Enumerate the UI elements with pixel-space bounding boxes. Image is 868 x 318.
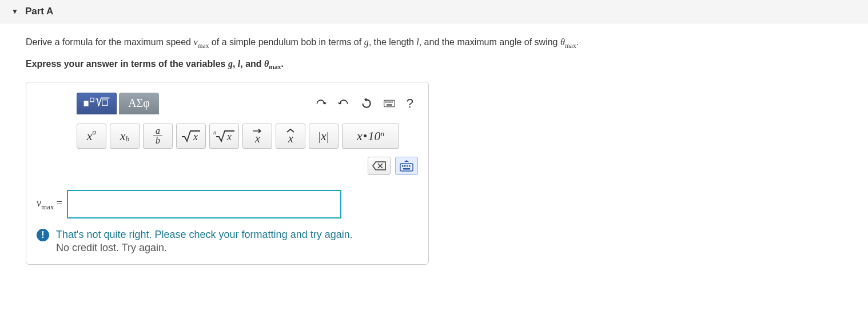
btn-sqrt[interactable]: x xyxy=(176,124,206,149)
reset-icon[interactable] xyxy=(361,98,372,109)
answer-box: ΑΣφ ? xa xb ab x nx x xyxy=(26,82,429,265)
var-theta: θmax xyxy=(560,37,576,47)
svg-text:x: x xyxy=(193,131,198,142)
btn-subscript[interactable]: xb xyxy=(110,124,140,149)
text: of a simple pendulum bob in terms of xyxy=(209,37,364,47)
tab-greek-letters[interactable]: ΑΣφ xyxy=(119,93,159,114)
btn-nth-root[interactable]: nx xyxy=(209,124,239,149)
undo-icon[interactable] xyxy=(315,98,327,109)
var-v: vmax xyxy=(193,37,209,47)
backspace-icon xyxy=(372,161,386,170)
feedback-sub: No credit lost. Try again. xyxy=(56,242,353,254)
text: , and the maximum angle of swing xyxy=(419,37,560,47)
keyboard-icon[interactable] xyxy=(384,98,395,109)
svg-rect-3 xyxy=(384,100,395,106)
palette-bottom-row xyxy=(37,157,418,175)
toolbar: ΑΣφ ? xyxy=(37,93,418,114)
feedback-block: ! That's not quite right. Please check y… xyxy=(37,229,418,254)
text: Express your answer in terms of the vari… xyxy=(26,59,228,69)
svg-rect-4 xyxy=(385,101,387,102)
svg-rect-2 xyxy=(102,100,108,105)
tab-math-templates[interactable] xyxy=(77,93,117,114)
text: Derive a formula for the maximum speed xyxy=(26,37,193,47)
btn-vector[interactable]: x xyxy=(242,124,272,149)
palette-row: xa xb ab x nx x x |x| x•10n xyxy=(37,124,418,149)
svg-rect-14 xyxy=(400,164,413,171)
svg-rect-19 xyxy=(403,168,410,170)
feedback-main: That's not quite right. Please check you… xyxy=(56,229,353,241)
answer-label: vmax = xyxy=(37,197,62,212)
hat-icon: x xyxy=(284,128,297,145)
var-g: g xyxy=(364,37,369,47)
svg-rect-15 xyxy=(402,165,404,167)
svg-rect-8 xyxy=(387,104,392,105)
svg-rect-7 xyxy=(391,101,392,102)
btn-scientific[interactable]: x•10n xyxy=(342,124,399,149)
svg-rect-0 xyxy=(84,101,89,106)
alert-icon: ! xyxy=(37,229,49,241)
svg-rect-1 xyxy=(90,98,94,101)
svg-text:n: n xyxy=(213,129,216,136)
var-g: g xyxy=(228,59,233,69)
var-theta: θmax xyxy=(264,59,281,69)
sqrt-icon: x xyxy=(181,129,201,144)
keyboard-up-icon xyxy=(399,160,414,172)
content-area: Derive a formula for the maximum speed v… xyxy=(0,23,868,276)
btn-hat[interactable]: x xyxy=(276,124,305,149)
instruction-line: Express your answer in terms of the vari… xyxy=(26,59,842,70)
btn-backspace[interactable] xyxy=(368,157,391,175)
vector-icon: x xyxy=(250,128,264,145)
part-title: Part A xyxy=(25,6,53,17)
redo-icon[interactable] xyxy=(338,98,349,109)
svg-rect-18 xyxy=(409,165,411,167)
math-template-icon xyxy=(83,97,110,110)
svg-text:x: x xyxy=(288,132,293,145)
svg-text:x: x xyxy=(254,132,260,145)
help-button[interactable]: ? xyxy=(407,96,413,111)
svg-rect-5 xyxy=(387,101,388,102)
answer-input[interactable] xyxy=(67,190,341,218)
text: . xyxy=(576,37,579,47)
btn-toggle-keyboard[interactable] xyxy=(395,157,418,175)
caret-down-icon: ▼ xyxy=(11,7,18,15)
svg-rect-6 xyxy=(389,101,391,102)
nroot-icon: nx xyxy=(213,129,236,144)
text: , the length xyxy=(369,37,417,47)
question-prompt: Derive a formula for the maximum speed v… xyxy=(26,35,842,51)
svg-rect-16 xyxy=(404,165,406,167)
btn-fraction[interactable]: ab xyxy=(143,124,173,149)
part-header[interactable]: ▼ Part A xyxy=(0,0,868,23)
btn-absolute[interactable]: |x| xyxy=(309,124,339,149)
svg-text:x: x xyxy=(226,131,232,142)
btn-superscript[interactable]: xa xyxy=(77,124,106,149)
svg-rect-17 xyxy=(407,165,408,167)
answer-line: vmax = xyxy=(37,190,418,218)
